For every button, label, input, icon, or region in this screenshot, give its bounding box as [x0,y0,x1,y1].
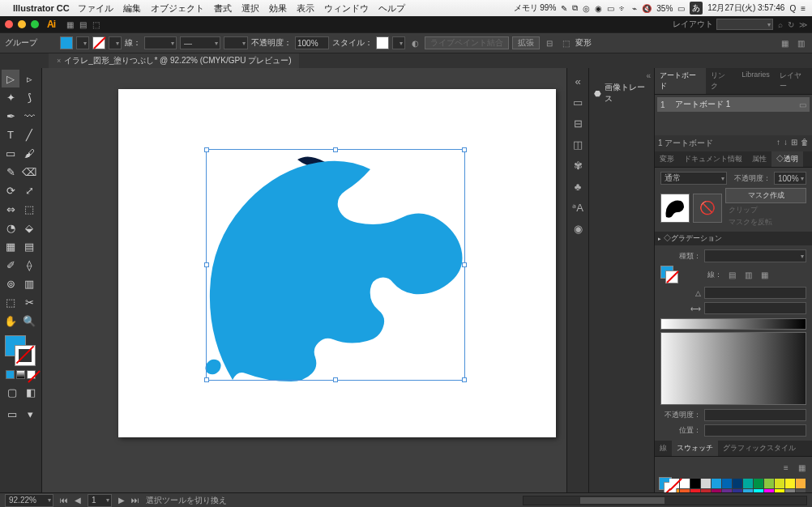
status-memory[interactable]: メモリ 99% [514,2,557,14]
move-down-icon[interactable]: ↓ [784,138,788,149]
tab-layers[interactable]: レイヤー [775,68,812,94]
make-mask-button[interactable]: マスク作成 [725,188,806,203]
grad-stroke-across-icon[interactable]: ▦ [758,268,771,281]
handle-tr[interactable] [462,147,467,152]
fill-dropdown[interactable] [76,36,89,49]
swatch-none[interactable] [669,479,679,488]
status-ime[interactable]: あ [690,2,703,15]
status-battery[interactable]: 35% [656,4,673,13]
status-evernote-icon[interactable]: ✎ [561,4,567,13]
pathfinder-icon[interactable]: ◫ [570,136,586,152]
status-volume-icon[interactable]: 🔇 [642,4,652,13]
swatch-color[interactable] [743,479,753,488]
type-tool[interactable]: T [2,126,19,143]
none-mode[interactable] [27,370,36,379]
style-swatch[interactable] [376,36,389,49]
grad-position-input[interactable] [704,424,806,437]
color-mode[interactable] [6,370,15,379]
transform-link[interactable]: 変形 [575,37,592,49]
handle-ml[interactable] [204,262,209,267]
free-transform-tool[interactable]: ⬚ [20,200,38,218]
menu-object[interactable]: オブジェクト [151,2,204,15]
draw-behind[interactable]: ◧ [22,383,39,401]
status-line-icon[interactable]: ◉ [595,4,602,13]
edit-icon[interactable]: ▥ [794,36,807,49]
shape-icon[interactable]: ⬚ [559,36,572,49]
perspective-tool[interactable]: ⬙ [20,219,38,236]
swatch-color[interactable] [712,479,721,488]
shaper-tool[interactable]: ✎ [2,163,19,181]
pen-tool[interactable]: ✒ [2,107,19,125]
recolor-icon[interactable]: ◐ [408,36,421,49]
selection-tool[interactable]: ▷ [2,70,19,87]
status-battery-icon[interactable]: ▭ [677,4,685,13]
selection-bounding-box[interactable] [206,149,465,381]
nav-next-icon[interactable]: ▶ [118,496,125,505]
glyphs-icon[interactable]: ᵃA [570,199,586,215]
swatch-color[interactable] [764,479,774,488]
fill-swatch[interactable] [60,36,73,49]
nav-last-icon[interactable]: ⏭ [131,496,139,505]
paintbrush-tool[interactable]: 🖌 [20,144,38,162]
collapse-trace-icon[interactable]: « [592,71,651,80]
isolate-icon[interactable]: ▦ [778,36,791,49]
align-panel-icon[interactable]: ⊟ [570,115,586,131]
appearance-icon[interactable]: ◉ [570,220,586,236]
expand-button[interactable]: 拡張 [512,36,540,49]
maximize-button[interactable] [31,20,39,28]
menu-effect[interactable]: 効果 [269,2,287,15]
delete-artboard-icon[interactable]: 🗑 [801,138,809,149]
status-display-icon[interactable]: ▭ [607,4,614,13]
swatch-list-icon[interactable]: ▦ [795,461,808,474]
collapse-icon[interactable]: « [570,73,586,89]
tab-libraries[interactable]: Libraries [737,68,775,94]
swatch-menu-icon[interactable]: ≡ [780,461,793,474]
scale-tool[interactable]: ⤢ [20,181,38,199]
canvas[interactable] [42,68,566,492]
sync-icon[interactable]: ↻ [788,20,794,29]
zoom-dropdown[interactable]: 92.22% [5,494,53,507]
lasso-tool[interactable]: ⟆ [20,88,38,106]
align-icon[interactable]: ⊟ [543,36,556,49]
artboard-tool[interactable]: ⬚ [2,293,19,311]
scrollbar-thumb[interactable] [580,497,665,504]
panels-toggle-icon[interactable]: ≫ [799,20,807,29]
grad-stroke-swatch[interactable] [665,271,678,283]
swatch-color[interactable] [701,479,711,488]
gradient-slider[interactable] [660,318,806,330]
graph-tool[interactable]: ▥ [20,275,38,292]
eraser-tool[interactable]: ⌫ [20,163,38,181]
tab-stroke[interactable]: 線 [655,441,672,456]
grad-type-dropdown[interactable] [704,249,806,262]
menu-window[interactable]: ウィンドウ [324,2,369,15]
move-up-icon[interactable]: ↑ [776,138,780,149]
slice-tool[interactable]: ✂ [20,293,38,311]
search-icon[interactable]: ⌕ [778,20,783,29]
status-creative-cloud-icon[interactable]: ◎ [583,4,590,13]
brush-dropdown[interactable]: — [180,36,220,49]
draw-normal[interactable]: ▢ [3,383,20,401]
menu-file[interactable]: ファイル [78,2,113,15]
status-bluetooth-icon[interactable]: ⌁ [632,4,637,13]
direct-selection-tool[interactable]: ▹ [20,70,38,87]
stroke-swatch[interactable] [92,36,105,49]
status-spotlight-icon[interactable]: Q [789,4,796,13]
tab-artboards[interactable]: アートボード [655,68,706,94]
tab-attributes[interactable]: 属性 [747,151,771,167]
close-tab-icon[interactable]: × [57,57,61,65]
tab-transparency[interactable]: ◇透明 [771,151,803,167]
menu-edit[interactable]: 編集 [123,2,141,15]
swatch-color[interactable] [722,479,732,488]
handle-tm[interactable] [333,147,338,152]
bridge-icon[interactable]: ▦ [63,18,76,31]
menu-select[interactable]: 選択 [241,2,259,15]
brushes-icon[interactable]: ✾ [570,157,586,173]
handle-bl[interactable] [204,377,209,382]
gradient-header[interactable]: ▸◇グラデーション [655,232,812,245]
opacity-input[interactable] [295,36,329,49]
menu-help[interactable]: ヘルプ [378,2,405,15]
eyedropper-tool[interactable]: ✐ [2,256,19,274]
status-dropbox-icon[interactable]: ⧉ [572,3,578,13]
tab-docinfo[interactable]: ドキュメント情報 [679,151,747,167]
swatch-color[interactable] [690,479,700,488]
